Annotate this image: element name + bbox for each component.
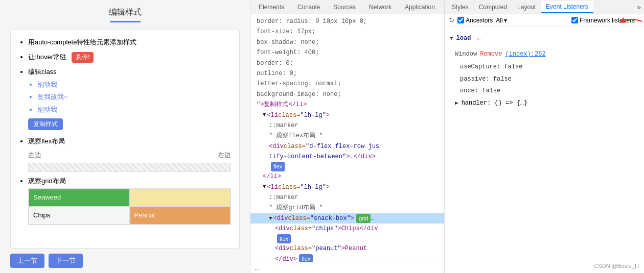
expand-load-arrow[interactable]: ▼ xyxy=(450,34,453,44)
red-arrow-icon: ← xyxy=(477,31,482,47)
title-underline xyxy=(110,21,141,22)
list-item: 让:hover常驻 悬停! xyxy=(28,52,231,63)
sub-list-item: 别动我 xyxy=(37,80,231,90)
ancestors-dropdown[interactable]: All ▾ xyxy=(496,17,507,24)
item-text: 用auto-complete特性给元素添加样式 xyxy=(28,38,136,46)
dropdown-value: All xyxy=(496,17,502,24)
code-line: <div class="peanut">Peanut xyxy=(250,243,444,254)
sub-item: 别动我 xyxy=(37,106,57,113)
code-line: box-shadow: none; xyxy=(250,37,444,47)
code-line: <div class="d-flex flex-row jus xyxy=(250,141,444,152)
ancestors-label: Ancestors xyxy=(466,17,493,24)
remove-link[interactable]: Remove xyxy=(480,49,502,60)
expand-arrow[interactable]: ▼ xyxy=(263,110,266,120)
item-text: 观察grid布局 xyxy=(28,177,66,185)
code-line: font-weight: 400; xyxy=(250,47,444,58)
elements-content: border: radius: 0 10px 10px 0; font-size… xyxy=(250,14,444,262)
window-row: Window Remove (index):262 xyxy=(445,48,644,61)
passive-row: passive: false xyxy=(445,73,644,86)
tab-application[interactable]: Application xyxy=(399,2,441,13)
code-line-flex-badge: flex xyxy=(250,162,444,171)
flex-badge: flex xyxy=(271,162,285,171)
code-line: letter-spacing: normal; xyxy=(250,79,444,89)
tab-console[interactable]: Console xyxy=(291,2,326,13)
tab-computed[interactable]: Computed xyxy=(474,2,512,13)
grid-cell-chips: Chips xyxy=(29,207,130,225)
grid-container: Seaweed Chips Peanut xyxy=(28,188,231,225)
code-line-selected[interactable]: ▼ <div class="snack-box"> grid … xyxy=(250,213,444,224)
use-capture-value: false xyxy=(504,63,522,70)
refresh-icon[interactable]: ↻ xyxy=(449,16,454,24)
tab-styles[interactable]: Styles xyxy=(447,2,474,13)
tab-network[interactable]: Network xyxy=(363,2,398,13)
use-capture-label: useCapture: xyxy=(460,63,504,70)
list-item: 编辑class 别动我 改我改我~ 别动我 复制样式 xyxy=(28,67,231,132)
code-line: outline: 0; xyxy=(250,68,444,79)
chevron-down-icon: ▾ xyxy=(504,17,507,24)
handler-expand-arrow[interactable]: ▶ xyxy=(455,98,458,109)
tab-layout[interactable]: Layout xyxy=(512,2,541,13)
prev-button[interactable]: 上一节 xyxy=(10,254,44,268)
load-event-row: ▼ load ← xyxy=(445,30,644,48)
event-listeners-content: ▼ load ← Window Remove (index):262 useCa… xyxy=(445,27,644,273)
grid-cell-peanut: Peanut xyxy=(130,207,231,225)
list-item: 观察flex布局 左边 右边 xyxy=(28,136,231,172)
copy-style-button[interactable]: 复制样式 xyxy=(28,118,63,130)
index-link[interactable]: (index):262 xyxy=(505,49,545,60)
load-event-label: load xyxy=(456,33,471,44)
once-value: false xyxy=(482,87,500,94)
sub-list-item: 别动我 xyxy=(37,105,231,115)
use-capture-row: useCapture: false xyxy=(445,61,644,73)
devtools-tab-bar: Elements Console Sources Network Applica… xyxy=(250,0,444,14)
framework-checkbox[interactable] xyxy=(571,17,578,23)
ancestors-bar: ↻ Ancestors All ▾ Framework listeners xyxy=(445,14,644,27)
code-line: <div class="chips">Chips</div xyxy=(250,224,444,234)
expand-arrow[interactable]: ▼ xyxy=(269,214,272,224)
code-line: ::marker xyxy=(250,192,444,203)
grid-cell-empty xyxy=(130,189,231,207)
tab-sources[interactable]: Sources xyxy=(327,2,362,13)
code-line: " 观察flex布局 " xyxy=(250,131,444,141)
next-button[interactable]: 下一节 xyxy=(49,254,83,268)
code-line: border: 0; xyxy=(250,58,444,68)
tab-event-listeners[interactable]: Event Listeners xyxy=(541,1,593,13)
once-label: once: xyxy=(460,87,482,94)
flex-right-label: 右边 xyxy=(218,150,231,161)
window-label: Window xyxy=(455,49,477,60)
item-text: 观察flex布局 xyxy=(28,137,65,145)
more-icon[interactable]: … xyxy=(371,213,374,224)
code-line-flex: flex xyxy=(250,234,444,244)
devtools-right-panel: Styles Computed Layout Event Listeners »… xyxy=(445,0,644,273)
grid-cell-seaweed: Seaweed xyxy=(29,189,130,207)
sub-item: 改我改我~ xyxy=(37,93,68,101)
sub-list-item: 改我改我~ xyxy=(37,92,231,103)
passive-label: passive: xyxy=(460,76,493,83)
stop-button[interactable]: 悬停! xyxy=(72,52,94,63)
ancestors-check-label[interactable]: Ancestors xyxy=(457,17,493,24)
passive-value: false xyxy=(493,76,512,83)
tab-elements[interactable]: Elements xyxy=(252,2,290,13)
grid-observe: Seaweed Chips Peanut xyxy=(28,188,231,225)
ancestors-checkbox[interactable] xyxy=(457,17,464,23)
code-line: font-size: 17px; xyxy=(250,27,444,37)
once-row: once: false xyxy=(445,85,644,97)
list-item: 观察grid布局 Seaweed Chips Peanut xyxy=(28,176,231,225)
expand-arrow[interactable]: ▼ xyxy=(263,182,266,192)
bottom-buttons: 上一节 下一节 xyxy=(10,254,240,268)
grid-badge: grid xyxy=(356,214,371,224)
flex-badge: flex xyxy=(299,254,313,262)
right-tab-bar: Styles Computed Layout Event Listeners » xyxy=(445,0,644,14)
code-line: </div>flex xyxy=(250,254,444,262)
left-panel: 编辑样式 用auto-complete特性给元素添加样式 让:hover常驻 悬… xyxy=(0,0,250,273)
flex-badge: flex xyxy=(277,234,291,244)
handler-label: handler: () => {…} xyxy=(462,98,528,109)
bottom-bar-text: ... xyxy=(255,264,260,271)
code-line: ▼ <li class="lh-lg"> xyxy=(250,182,444,192)
sub-item: 别动我 xyxy=(37,81,57,88)
flex-observe: 左边 右边 xyxy=(28,150,231,172)
code-line: ▼ <li class="lh-lg"> xyxy=(250,110,444,120)
more-tabs-right-icon[interactable]: » xyxy=(636,2,642,12)
code-line: border: radius: 0 10px 10px 0; xyxy=(250,16,444,27)
code-line: tify-content-between">…</div> xyxy=(250,152,444,162)
item-text: 编辑class xyxy=(28,68,57,76)
